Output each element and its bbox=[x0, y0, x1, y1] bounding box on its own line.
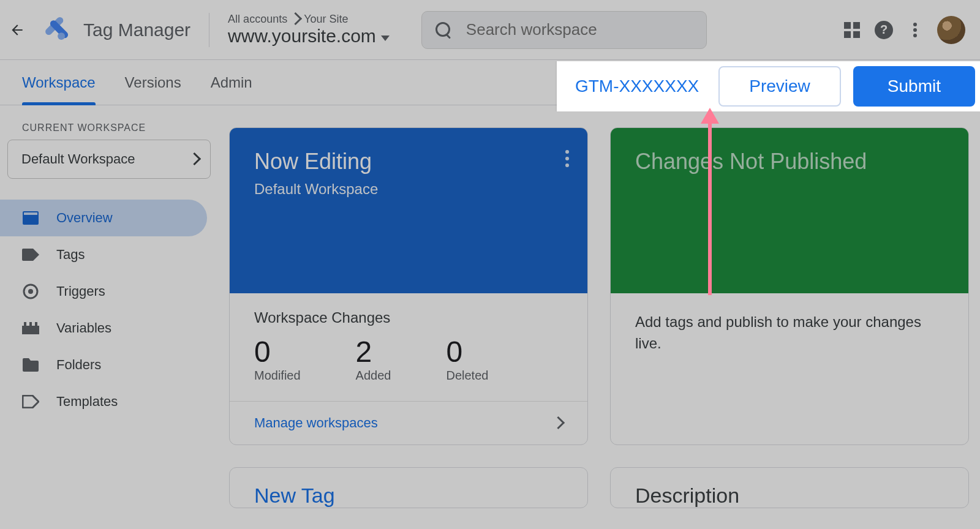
search-input[interactable] bbox=[466, 20, 693, 39]
preview-button[interactable]: Preview bbox=[718, 66, 841, 107]
sidebar-item-templates[interactable]: Templates bbox=[0, 383, 207, 420]
workspace-name: Default Workspace bbox=[21, 151, 135, 167]
card-new-tag[interactable]: New Tag bbox=[229, 467, 588, 508]
app-title: Tag Manager bbox=[83, 20, 190, 40]
breadcrumb-site: Your Site bbox=[304, 13, 348, 26]
svg-point-2 bbox=[58, 32, 65, 40]
manage-workspaces-link[interactable]: Manage workspaces bbox=[230, 401, 587, 445]
app-logo-title[interactable]: Tag Manager bbox=[37, 17, 190, 43]
sidebar-item-overview[interactable]: Overview bbox=[0, 200, 207, 236]
changes-title: Changes Not Published bbox=[635, 149, 944, 174]
account-selector[interactable]: All accounts Your Site www.yoursite.com bbox=[228, 13, 390, 47]
svg-point-6 bbox=[28, 289, 33, 294]
card-changes-not-published: Changes Not Published Add tags and publi… bbox=[610, 127, 969, 445]
workspace-selector[interactable]: Default Workspace bbox=[7, 140, 211, 179]
card-menu-button[interactable] bbox=[565, 150, 569, 167]
main-content: Now Editing Default Workspace Workspace … bbox=[218, 105, 980, 529]
template-icon bbox=[22, 394, 39, 409]
description-title: Description bbox=[611, 468, 968, 508]
card-now-editing: Now Editing Default Workspace Workspace … bbox=[229, 127, 588, 445]
stat-deleted: 0 Deleted bbox=[446, 335, 488, 383]
sidebar-item-tags[interactable]: Tags bbox=[0, 236, 207, 273]
back-button[interactable] bbox=[5, 18, 29, 42]
user-avatar[interactable] bbox=[937, 16, 965, 44]
search-icon bbox=[435, 22, 451, 38]
breadcrumb-all: All accounts bbox=[228, 13, 287, 26]
tab-versions[interactable]: Versions bbox=[125, 61, 181, 105]
app-header: Tag Manager All accounts Your Site www.y… bbox=[0, 0, 980, 60]
header-divider bbox=[209, 13, 209, 47]
tab-admin[interactable]: Admin bbox=[211, 61, 252, 105]
svg-rect-4 bbox=[24, 212, 37, 215]
card-description[interactable]: Description bbox=[610, 467, 969, 508]
tag-icon bbox=[22, 247, 39, 262]
folder-icon bbox=[22, 358, 39, 372]
overview-icon bbox=[22, 211, 39, 225]
tag-manager-logo-icon bbox=[42, 17, 69, 43]
chevron-right-icon bbox=[190, 151, 199, 167]
svg-rect-8 bbox=[24, 322, 26, 326]
sidebar-item-triggers[interactable]: Triggers bbox=[0, 273, 207, 310]
stat-added: 2 Added bbox=[356, 335, 391, 383]
svg-rect-7 bbox=[22, 326, 39, 334]
sidebar-item-label: Templates bbox=[56, 394, 118, 410]
sidebar-item-label: Triggers bbox=[56, 283, 105, 299]
site-url: www.yoursite.com bbox=[228, 26, 376, 47]
chevron-down-icon bbox=[381, 36, 390, 41]
now-editing-title: Now Editing bbox=[254, 149, 563, 174]
sidebar-item-label: Folders bbox=[56, 357, 101, 373]
stat-label: Modified bbox=[254, 369, 301, 383]
manage-workspaces-label: Manage workspaces bbox=[254, 415, 378, 431]
sidebar: CURRENT WORKSPACE Default Workspace Over… bbox=[0, 105, 218, 529]
stat-value: 0 bbox=[446, 335, 488, 369]
breadcrumb: All accounts Your Site bbox=[228, 13, 390, 26]
container-id[interactable]: GTM-XXXXXXX bbox=[568, 77, 706, 96]
variables-icon bbox=[22, 321, 39, 336]
sidebar-item-label: Overview bbox=[56, 210, 113, 226]
sidebar-item-label: Tags bbox=[56, 247, 85, 263]
stat-value: 0 bbox=[254, 335, 301, 369]
submit-button[interactable]: Submit bbox=[853, 66, 975, 107]
stat-label: Deleted bbox=[446, 369, 488, 383]
chevron-right-icon bbox=[291, 14, 300, 25]
new-tag-title: New Tag bbox=[230, 468, 587, 508]
kebab-menu-icon[interactable] bbox=[908, 21, 922, 39]
stat-label: Added bbox=[356, 369, 391, 383]
sidebar-item-label: Variables bbox=[56, 320, 111, 336]
trigger-icon bbox=[22, 284, 39, 299]
sidebar-item-variables[interactable]: Variables bbox=[0, 310, 207, 347]
workspace-changes-heading: Workspace Changes bbox=[254, 309, 563, 326]
stat-value: 2 bbox=[356, 335, 391, 369]
search-box[interactable] bbox=[421, 11, 707, 49]
sidebar-nav: Overview Tags Triggers Variables Folders… bbox=[0, 200, 218, 420]
svg-rect-9 bbox=[29, 322, 32, 326]
sidebar-section-label: CURRENT WORKSPACE bbox=[0, 122, 218, 140]
arrow-left-icon bbox=[9, 22, 25, 38]
changes-desc: Add tags and publish to make your change… bbox=[611, 293, 968, 373]
help-icon[interactable]: ? bbox=[875, 21, 893, 39]
tab-workspace[interactable]: Workspace bbox=[22, 61, 96, 105]
sidebar-item-folders[interactable]: Folders bbox=[0, 347, 207, 383]
action-bar: GTM-XXXXXXX Preview Submit bbox=[557, 61, 980, 111]
apps-icon[interactable] bbox=[844, 22, 860, 38]
stat-modified: 0 Modified bbox=[254, 335, 301, 383]
now-editing-subtitle: Default Workspace bbox=[254, 181, 563, 198]
chevron-right-icon bbox=[554, 415, 563, 431]
svg-rect-10 bbox=[35, 322, 37, 326]
